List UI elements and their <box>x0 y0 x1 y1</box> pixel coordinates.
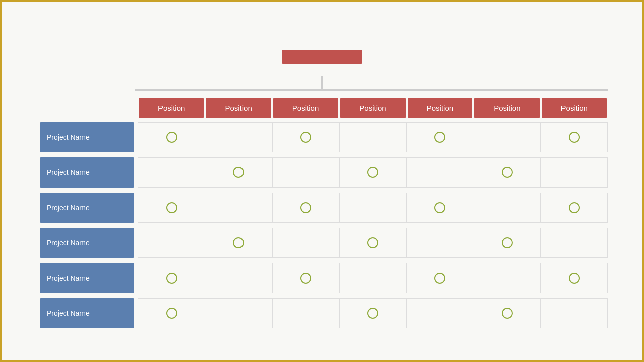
circle-2-2 <box>300 202 311 213</box>
grid-row-1: Project Name <box>40 155 608 190</box>
circle-4-0 <box>166 273 177 284</box>
grid-cell-4-3 <box>340 263 407 293</box>
grid-cell-3-5 <box>473 228 540 258</box>
circle-4-6 <box>569 273 580 284</box>
grid-cell-4-1 <box>205 263 272 293</box>
grid-cell-2-2 <box>273 193 340 223</box>
circle-2-4 <box>434 202 445 213</box>
circle-2-0 <box>166 202 177 213</box>
grid-cell-3-2 <box>273 228 340 258</box>
circle-2-6 <box>569 202 580 213</box>
project-label-5: Project Name <box>40 298 134 328</box>
grid-row-4: Project Name <box>40 261 608 295</box>
grid-cell-4-0 <box>138 263 205 293</box>
grid-cells-2 <box>138 193 608 223</box>
circle-1-5 <box>502 167 513 178</box>
grid-cell-0-2 <box>273 123 340 152</box>
grid-row-3: Project Name <box>40 226 608 260</box>
grid-cell-1-6 <box>541 158 608 188</box>
grid-cell-2-5 <box>473 193 540 223</box>
circle-3-5 <box>502 237 513 248</box>
president-box <box>282 50 362 64</box>
grid-cell-1-2 <box>273 158 340 188</box>
grid-cells-1 <box>138 157 608 188</box>
grid-cell-2-6 <box>541 193 608 223</box>
grid-cell-0-5 <box>473 123 540 152</box>
position-header-5: Position <box>474 98 539 118</box>
grid-cell-2-4 <box>407 193 473 223</box>
circle-0-6 <box>569 132 580 143</box>
grid-cell-3-3 <box>340 228 407 258</box>
grid-cell-0-4 <box>407 123 473 152</box>
president-connector-vertical <box>321 76 323 90</box>
grid-cell-1-5 <box>473 158 540 188</box>
grid-cells-4 <box>138 263 608 293</box>
position-header-1: Position <box>206 98 271 118</box>
grid-cell-5-5 <box>473 299 540 328</box>
grid-cell-5-3 <box>340 299 407 328</box>
circle-0-2 <box>300 132 311 143</box>
grid-cell-0-3 <box>340 123 407 152</box>
grid-cell-3-0 <box>138 228 205 258</box>
grid-cell-0-6 <box>541 123 608 152</box>
grid-cell-0-1 <box>205 123 272 152</box>
grid-cell-3-1 <box>205 228 272 258</box>
grid-cell-4-2 <box>273 263 340 293</box>
grid-cell-1-0 <box>138 158 205 188</box>
project-label-4: Project Name <box>40 263 134 293</box>
grid-cell-5-6 <box>541 299 608 328</box>
circle-3-1 <box>233 237 244 248</box>
project-label-0: Project Name <box>40 122 134 152</box>
grid-cell-1-3 <box>340 158 407 188</box>
circle-5-3 <box>367 308 378 319</box>
circle-0-0 <box>166 132 177 143</box>
circle-3-3 <box>367 237 378 248</box>
project-label-3: Project Name <box>40 228 134 258</box>
grid-cell-5-0 <box>138 299 205 328</box>
position-header-4: Position <box>408 98 472 118</box>
grid-row-2: Project Name <box>40 191 608 225</box>
grid-cell-4-4 <box>407 263 473 293</box>
grid-cell-5-1 <box>205 299 272 328</box>
horizontal-connector <box>135 89 608 90</box>
position-header-3: Position <box>340 98 405 118</box>
grid-cell-2-0 <box>138 193 205 223</box>
position-header-0: Position <box>139 98 204 118</box>
grid-area: Project NameProject NameProject NameProj… <box>40 120 608 331</box>
grid-cell-3-6 <box>541 228 608 258</box>
circle-5-0 <box>166 308 177 319</box>
grid-cell-5-4 <box>407 299 473 328</box>
circle-4-4 <box>434 273 445 284</box>
matrix-container: PositionPositionPositionPositionPosition… <box>40 98 608 340</box>
grid-cell-0-0 <box>138 123 205 152</box>
grid-cell-3-4 <box>407 228 473 258</box>
circle-1-3 <box>367 167 378 178</box>
project-label-1: Project Name <box>40 157 134 188</box>
grid-cell-1-1 <box>205 158 272 188</box>
slide: PositionPositionPositionPositionPosition… <box>2 2 642 360</box>
grid-cells-5 <box>138 298 608 328</box>
grid-row-0: Project Name <box>40 120 608 154</box>
grid-cell-2-1 <box>205 193 272 223</box>
position-header-2: Position <box>273 98 338 118</box>
grid-cell-5-2 <box>273 299 340 328</box>
grid-cell-1-4 <box>407 158 473 188</box>
grid-cell-2-3 <box>340 193 407 223</box>
circle-1-1 <box>233 167 244 178</box>
circle-5-5 <box>502 308 513 319</box>
grid-row-5: Project Name <box>40 296 608 330</box>
positions-row: PositionPositionPositionPositionPosition… <box>138 98 608 118</box>
project-label-2: Project Name <box>40 193 134 223</box>
grid-cell-4-5 <box>473 263 540 293</box>
grid-cells-0 <box>138 122 608 152</box>
position-header-6: Position <box>542 98 607 118</box>
grid-cells-3 <box>138 228 608 258</box>
grid-cell-4-6 <box>541 263 608 293</box>
circle-0-4 <box>434 132 445 143</box>
circle-4-2 <box>300 273 311 284</box>
